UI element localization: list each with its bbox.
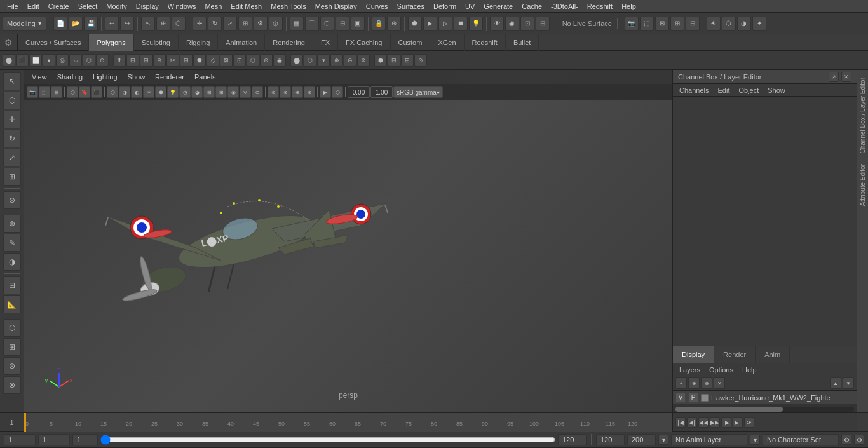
prefs-btn[interactable]: ⚙	[854, 435, 864, 445]
vp-light-toggle[interactable]: 💡	[167, 86, 179, 98]
vp-image-plane[interactable]: ⬛	[91, 86, 102, 98]
view-btn5[interactable]: ⊟	[686, 17, 700, 31]
scale-tool[interactable]: ⤢	[3, 149, 21, 166]
vp-smooth-shade[interactable]: ◑	[119, 86, 130, 98]
layer-move-up[interactable]: ▲	[830, 377, 841, 389]
gamma-input[interactable]	[370, 86, 393, 98]
tab-curves-surfaces[interactable]: Curves / Surfaces	[18, 34, 89, 51]
move-button[interactable]: ✛	[193, 17, 207, 31]
layer-remove-selected[interactable]: ⊖	[701, 377, 712, 389]
menu-redshift[interactable]: Redshift	[583, 1, 617, 11]
wireframe[interactable]: ⬡	[722, 17, 736, 31]
vp-grid[interactable]: ⊞	[51, 86, 62, 98]
collapse[interactable]: ⊡	[233, 54, 246, 67]
menu-create[interactable]: Create	[44, 1, 74, 11]
vp-pivot[interactable]: ⊕	[292, 86, 303, 98]
menu-cache[interactable]: Cache	[517, 1, 546, 11]
extrude[interactable]: ⬆	[113, 54, 126, 67]
viewport-view-menu[interactable]: View	[27, 72, 52, 82]
merge[interactable]: ⬡	[247, 54, 259, 67]
range-btn[interactable]: ▾	[658, 435, 668, 445]
mode-dropdown[interactable]: Modeling ▾	[3, 17, 46, 31]
tab-xgen[interactable]: XGen	[430, 34, 464, 51]
tab-polygons[interactable]: Polygons	[89, 34, 133, 51]
display-layers[interactable]: ⬡	[3, 319, 21, 337]
vp-playblast[interactable]: ▶	[320, 86, 331, 98]
viewport-panels-menu[interactable]: Panels	[189, 72, 221, 82]
vp-xray[interactable]: ☀	[143, 86, 154, 98]
select-tool[interactable]: ↖	[3, 72, 21, 90]
vp-shade-wire[interactable]: ◐	[131, 86, 142, 98]
step-forward-button[interactable]: |▶	[721, 417, 731, 428]
construction-history[interactable]: ⊛	[387, 17, 401, 31]
select-tool-button[interactable]: ↖	[141, 17, 155, 31]
channel-edit-menu[interactable]: Edit	[714, 85, 733, 95]
cylindrical-map[interactable]: ⊙	[414, 54, 427, 67]
live-surface-badge[interactable]: No Live Surface	[557, 18, 618, 29]
play-forward-button[interactable]: ▶▶	[710, 417, 720, 428]
render-settings[interactable]: ⬟	[408, 17, 422, 31]
polygon-disc[interactable]: ⬡	[83, 54, 95, 67]
menu-help[interactable]: Help	[617, 1, 641, 11]
tab-strip-settings[interactable]: ⚙	[0, 34, 18, 51]
smooth-shade[interactable]: ◑	[737, 17, 751, 31]
side-tab-channel-box[interactable]: Channel Box / Layer Editor	[858, 72, 867, 159]
boolean-diff[interactable]: ⊖	[344, 54, 356, 67]
tab-bullet[interactable]: Bullet	[506, 34, 539, 51]
rigging-tools[interactable]: ⊗	[3, 376, 21, 394]
multi-cut[interactable]: ✂	[166, 54, 179, 67]
polygon-sphere[interactable]: ⬤	[3, 54, 15, 67]
rotate-button[interactable]: ↻	[208, 17, 222, 31]
snap-grid[interactable]: ▦	[290, 17, 304, 31]
menu-surfaces[interactable]: Surfaces	[393, 1, 429, 11]
rotate-tool[interactable]: ↻	[3, 130, 21, 147]
polygon-pipe[interactable]: ⊙	[96, 54, 109, 67]
frame-value[interactable]: 1	[72, 434, 98, 445]
layer-move-down[interactable]: ▼	[843, 377, 854, 389]
vp-vertex-count[interactable]: V	[240, 86, 251, 98]
menu-windows[interactable]: Windows	[163, 1, 201, 11]
circularize[interactable]: ◉	[273, 54, 286, 67]
loop-button[interactable]: ⟳	[744, 417, 754, 428]
tab-anim[interactable]: Anim	[756, 346, 790, 363]
layer-scrollbar[interactable]	[673, 405, 857, 412]
bridge[interactable]: ⊟	[126, 54, 139, 67]
smooth[interactable]: ⬤	[290, 54, 303, 67]
start-range-field[interactable]: 120	[596, 434, 625, 445]
vp-cam-type[interactable]: C	[252, 86, 263, 98]
side-tab-attribute-editor[interactable]: Attribute Editor	[858, 159, 867, 211]
viewport-show-menu[interactable]: Show	[123, 72, 151, 82]
tab-fx[interactable]: FX	[313, 34, 338, 51]
menu-curves[interactable]: Curves	[362, 1, 393, 11]
camera-tools[interactable]: 📷	[625, 17, 639, 31]
resolution-gate[interactable]: ⬚	[640, 17, 654, 31]
menu-uv[interactable]: UV	[461, 1, 479, 11]
vp-ao[interactable]: ◕	[191, 86, 203, 98]
boolean-int[interactable]: ⊗	[357, 54, 370, 67]
stop-render[interactable]: ⏹	[454, 17, 468, 31]
vp-hud[interactable]: ⊞	[215, 86, 227, 98]
move-tool[interactable]: ✛	[3, 111, 21, 128]
new-file-button[interactable]: 📄	[53, 17, 67, 31]
vp-select-cam[interactable]: ⬡	[67, 86, 78, 98]
universal-manip[interactable]: ⚙	[254, 17, 268, 31]
show-manipulator[interactable]: ⊙	[3, 191, 21, 209]
vp-loop-sel[interactable]: ⊙	[268, 86, 279, 98]
insert-loop[interactable]: ⊞	[180, 54, 193, 67]
step-back-button[interactable]: ◀|	[687, 417, 697, 428]
end-frame-field[interactable]: 120	[558, 434, 587, 445]
append[interactable]: ⊞	[140, 54, 153, 67]
vp-camera-btn[interactable]: 📷	[27, 86, 38, 98]
paint-select[interactable]: ⬡	[3, 92, 21, 109]
ipr-render[interactable]: ▷	[438, 17, 452, 31]
transform-button[interactable]: ⊞	[238, 17, 252, 31]
anim-layers[interactable]: ⊙	[3, 357, 21, 375]
vp-filmgate[interactable]: ⬚	[39, 86, 50, 98]
polygon-plane[interactable]: ▱	[69, 54, 82, 67]
paint-select-button[interactable]: ⬡	[172, 17, 186, 31]
soft-mod[interactable]: ◎	[269, 17, 283, 31]
reduce[interactable]: ▾	[317, 54, 330, 67]
polygon-cone[interactable]: ▲	[43, 54, 55, 67]
layers-help-menu[interactable]: Help	[738, 365, 761, 375]
time-slider[interactable]	[100, 435, 555, 444]
